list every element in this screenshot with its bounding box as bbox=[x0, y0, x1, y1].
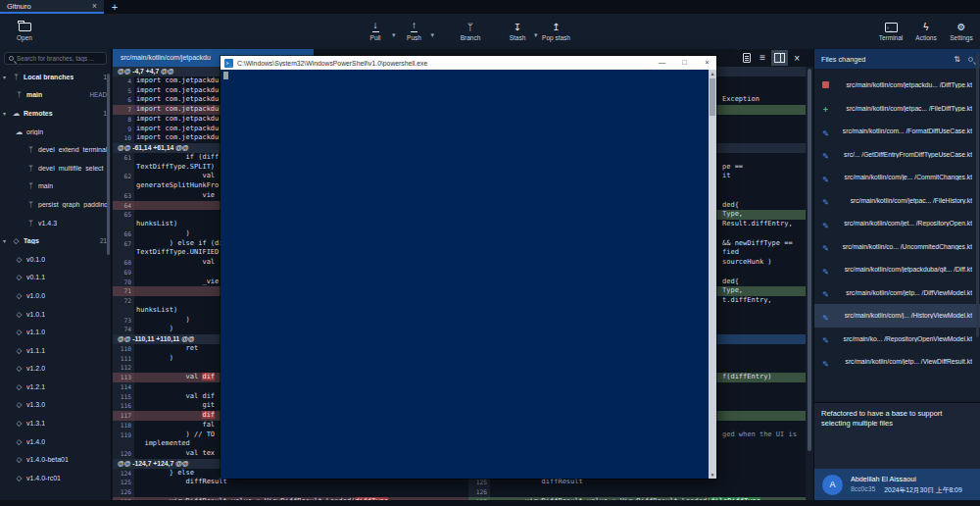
chevron-down-icon[interactable]: ▾ bbox=[3, 237, 9, 244]
actions-button[interactable]: ϟ Actions bbox=[911, 14, 941, 49]
diff-scrollbar[interactable] bbox=[806, 67, 813, 500]
new-tab-button[interactable]: + bbox=[104, 0, 125, 14]
tag-icon bbox=[15, 328, 24, 336]
tree-row[interactable]: v1.4.0-rc01 bbox=[0, 469, 111, 487]
commit-message: Refactored to have a base to support sel… bbox=[814, 402, 980, 469]
line-number: 116 bbox=[113, 401, 134, 411]
commit-author-bar[interactable]: A Abdelilah El Aissaoui 8cc0c35 2024年12月… bbox=[814, 469, 980, 500]
folder-icon bbox=[19, 23, 31, 31]
changed-file-row[interactable]: src/... /GetDiffEntryFromDiffTypeUseCase… bbox=[814, 143, 980, 167]
tree-row[interactable]: ▾ Remotes 1 bbox=[0, 104, 111, 123]
tree-row[interactable]: v1.1.0 bbox=[0, 323, 111, 341]
pull-button[interactable]: ↓ Pull bbox=[361, 14, 390, 49]
pop-stash-button[interactable]: ↥ Pop stash bbox=[542, 14, 571, 49]
tree-row[interactable]: devel_extend_terminal bbox=[0, 140, 111, 159]
chevron-down-icon[interactable]: ▾ bbox=[3, 110, 9, 117]
file-path: src/main/kotlin/com/jetpackdu... /DiffTy… bbox=[835, 81, 972, 88]
line-number: 68 bbox=[113, 258, 134, 268]
unified-view-icon[interactable]: ≡ bbox=[760, 53, 765, 63]
push-button[interactable]: ↑ Push bbox=[400, 14, 429, 49]
file-diff-icon[interactable] bbox=[743, 53, 751, 63]
close-diff-icon[interactable]: × bbox=[794, 53, 800, 64]
tree-row[interactable]: v1.0.1 bbox=[0, 305, 111, 324]
tree-row[interactable]: v1.2.1 bbox=[0, 378, 111, 396]
diff-line: 125 diffResult bbox=[468, 478, 806, 487]
line-number bbox=[113, 163, 134, 173]
close-icon[interactable]: × bbox=[698, 56, 716, 70]
stash-dropdown-chevron-icon[interactable]: ▾ bbox=[534, 31, 538, 39]
changed-file-list[interactable]: src/main/kotlin/com/jetpackdu... /DiffTy… bbox=[814, 69, 980, 369]
changed-file-row[interactable]: src/main/kotlin/com/jetpac... /FileHisto… bbox=[814, 189, 980, 213]
branch-search-input[interactable] bbox=[17, 55, 102, 62]
file-path: src/main/kotlin/com/jet... /RepositoryOp… bbox=[835, 220, 972, 227]
tree-row[interactable]: v1.4.0-beta01 bbox=[0, 450, 111, 469]
changed-file-row[interactable]: src/main/kotlin/com/jetpackdu... /DiffTy… bbox=[814, 74, 980, 97]
changed-file-row[interactable]: src/main/kotlin/com/jetpackduba/git... /… bbox=[814, 258, 980, 281]
line-number: 9 bbox=[113, 125, 134, 134]
tree-row[interactable]: v1.0.0 bbox=[0, 286, 111, 305]
powershell-title-bar[interactable]: >_ C:\Windows\System32\WindowsPowerShell… bbox=[220, 56, 716, 70]
changed-file-row[interactable]: src/main/kotlin/com/j... /HistoryViewMod… bbox=[814, 304, 980, 328]
sort-files-icon[interactable]: ⇅ bbox=[954, 55, 960, 64]
changed-file-row[interactable]: src/main/kotlin/com/jet... /RepositoryOp… bbox=[814, 212, 980, 235]
search-files-icon[interactable] bbox=[968, 57, 973, 62]
line-number: 71 bbox=[113, 286, 134, 296]
branches-sidebar: ▾ Local branches 1 main HEAD ▾ Remotes 1 bbox=[0, 49, 112, 500]
tree-row[interactable]: v1.4.0 bbox=[0, 432, 111, 451]
tree-row[interactable]: devel_multifile_select bbox=[0, 159, 111, 177]
changed-file-row[interactable]: src/main/kotlin/com/jetp... /DiffViewMod… bbox=[814, 281, 980, 305]
tree-row[interactable]: ▾ Local branches 1 bbox=[0, 68, 111, 86]
modified-icon bbox=[821, 329, 830, 347]
branch-search-box[interactable] bbox=[4, 52, 107, 65]
tree-row[interactable]: v0.1.0 bbox=[0, 250, 111, 269]
scrollbar-thumb[interactable] bbox=[710, 78, 715, 116]
commit-date: 2024年12月30日 上午8:09 bbox=[884, 485, 961, 495]
tree-row[interactable]: ▾ Tags 21 bbox=[0, 231, 111, 250]
branch-tree[interactable]: ▾ Local branches 1 main HEAD ▾ Remotes 1 bbox=[0, 68, 111, 487]
line-number: 4 bbox=[113, 76, 134, 86]
tree-row[interactable]: v1.3.1 bbox=[0, 414, 111, 432]
push-dropdown-chevron-icon[interactable]: ▾ bbox=[431, 31, 435, 39]
powershell-terminal[interactable] bbox=[220, 70, 709, 479]
branch-icon bbox=[26, 164, 35, 173]
terminal-button[interactable]: ›_ Terminal bbox=[876, 14, 906, 49]
file-path: src/... /GetDiffEntryFromDiffTypeUseCase… bbox=[835, 151, 972, 158]
changed-file-row[interactable]: src/main/kotlin/com/jetp... /ViewDiffRes… bbox=[814, 350, 980, 374]
tree-row[interactable]: v0.1.1 bbox=[0, 269, 111, 287]
changed-file-row[interactable]: src/main/kotlin/co... /UncommitedChanges… bbox=[814, 235, 980, 259]
close-tab-icon[interactable]: × bbox=[92, 1, 97, 11]
line-number: 64 bbox=[113, 201, 134, 211]
tree-row[interactable]: persist_graph_padding bbox=[0, 195, 111, 214]
line-number: 66 bbox=[113, 229, 134, 239]
tree-row[interactable]: main bbox=[0, 177, 111, 196]
pull-dropdown-chevron-icon[interactable]: ▾ bbox=[392, 31, 396, 39]
tree-row[interactable]: v1.3.0 bbox=[0, 396, 111, 415]
chevron-down-icon[interactable]: ▾ bbox=[3, 74, 9, 80]
tree-row[interactable]: v1.1.1 bbox=[0, 341, 111, 360]
file-list-scrollbar[interactable] bbox=[976, 53, 979, 337]
open-button[interactable]: Open bbox=[10, 14, 39, 49]
changed-file-row[interactable]: src/main/kotlin/com/jetpac... /FileDiffT… bbox=[814, 97, 980, 121]
repository-tab[interactable]: Gitnuro × bbox=[0, 0, 104, 14]
stash-button[interactable]: ↧ Stash bbox=[503, 14, 532, 49]
changed-file-row[interactable]: src/main/kotlin/com/je... /CommitChanges… bbox=[814, 166, 980, 189]
settings-button[interactable]: ⚙ Settings bbox=[947, 14, 976, 49]
branch-button[interactable]: ᛘ Branch bbox=[456, 14, 485, 49]
sidebar-scrollbar[interactable] bbox=[107, 74, 110, 255]
changed-file-row[interactable]: src/main/ko... /RepositoryOpenViewModel.… bbox=[814, 328, 980, 351]
scroll-down-icon[interactable]: ▼ bbox=[709, 471, 716, 479]
commit-hash: 8cc0c35 bbox=[851, 485, 875, 495]
minimize-icon[interactable]: — bbox=[653, 56, 671, 70]
changed-file-row[interactable]: src/main/kotlin/com... /FormatDiffUseCas… bbox=[814, 120, 980, 143]
line-number: 114 bbox=[113, 382, 134, 392]
scroll-up-icon[interactable]: ▲ bbox=[709, 70, 716, 77]
tree-row[interactable]: v1.2.0 bbox=[0, 360, 111, 379]
tree-row[interactable]: main HEAD bbox=[0, 86, 111, 105]
line-number: 10 bbox=[113, 133, 134, 143]
line-number: 62 bbox=[113, 172, 134, 181]
maximize-icon[interactable]: □ bbox=[675, 56, 694, 70]
tree-row[interactable]: v1.4.3 bbox=[0, 214, 111, 232]
tree-row[interactable]: origin bbox=[0, 123, 111, 141]
powershell-scrollbar[interactable]: ▲ ▼ bbox=[709, 70, 716, 479]
split-view-icon[interactable] bbox=[774, 53, 785, 63]
